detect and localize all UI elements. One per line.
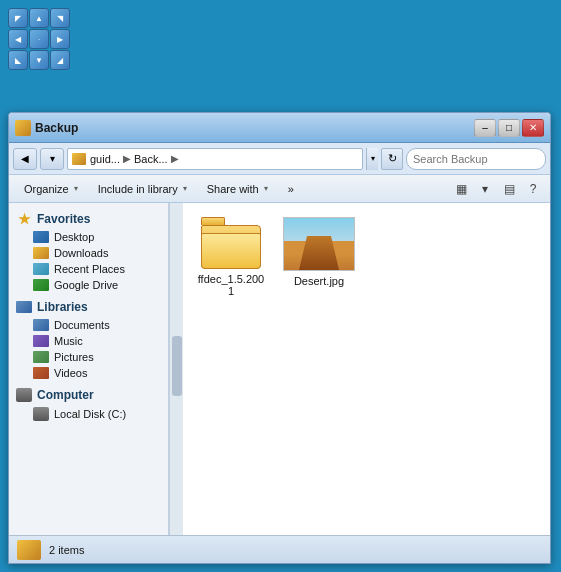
libraries-header[interactable]: Libraries (9, 297, 168, 317)
file-area: ffdec_1.5.2001 Desert.jpg (183, 203, 550, 535)
sidebar-item-downloads[interactable]: Downloads (9, 245, 168, 261)
localdisk-icon (33, 407, 49, 421)
arrow-up-left[interactable]: ◤ (8, 8, 28, 28)
arrow-left[interactable]: ◀ (8, 29, 28, 49)
search-input[interactable] (413, 153, 551, 165)
gdrive-icon (33, 279, 49, 291)
breadcrumb-part1: guid... (90, 153, 120, 165)
file-item-desert[interactable]: Desert.jpg (279, 211, 359, 301)
search-box[interactable]: 🔍 (406, 148, 546, 170)
sidebar-pictures-label: Pictures (54, 351, 94, 363)
image-thumbnail (283, 217, 355, 271)
arrow-pad: ◤ ▲ ◥ ◀ · ▶ ◣ ▼ ◢ (8, 8, 70, 70)
back-button[interactable]: ◀ (13, 148, 37, 170)
libraries-section: Libraries Documents Music Pictures Video… (9, 297, 168, 381)
organize-chevron: ▾ (74, 184, 78, 193)
sidebar-recent-label: Recent Places (54, 263, 125, 275)
file-item-folder[interactable]: ffdec_1.5.2001 (191, 211, 271, 301)
sidebar-item-localdisk[interactable]: Local Disk (C:) (9, 405, 168, 423)
computer-label: Computer (37, 388, 94, 402)
arrow-right[interactable]: ▶ (50, 29, 70, 49)
include-library-chevron: ▾ (183, 184, 187, 193)
pane-button[interactable]: ▤ (498, 178, 520, 200)
music-icon (33, 335, 49, 347)
title-bar: Backup – □ ✕ (9, 113, 550, 143)
file-label-folder: ffdec_1.5.2001 (195, 273, 267, 297)
scrollbar-thumb[interactable] (172, 336, 182, 396)
recent-places-icon (33, 263, 49, 275)
sidebar-scrollbar[interactable] (169, 203, 183, 535)
desktop-icon (33, 231, 49, 243)
sidebar-videos-label: Videos (54, 367, 87, 379)
minimize-button[interactable]: – (474, 119, 496, 137)
window-title: Backup (35, 121, 472, 135)
sidebar-item-videos[interactable]: Videos (9, 365, 168, 381)
help-button[interactable]: ? (522, 178, 544, 200)
folder-icon-large (201, 217, 261, 269)
content-area: ★ Favorites Desktop Downloads Recent Pla… (9, 203, 550, 535)
toolbar-right: ▦ ▾ ▤ ? (450, 178, 544, 200)
sidebar-documents-label: Documents (54, 319, 110, 331)
sidebar-item-documents[interactable]: Documents (9, 317, 168, 333)
status-folder-icon (17, 540, 41, 560)
downloads-icon (33, 247, 49, 259)
arrow-up[interactable]: ▲ (29, 8, 49, 28)
favorites-section: ★ Favorites Desktop Downloads Recent Pla… (9, 209, 168, 293)
sidebar-gdrive-label: Google Drive (54, 279, 118, 291)
folder-front (201, 233, 261, 269)
close-button[interactable]: ✕ (522, 119, 544, 137)
libraries-label: Libraries (37, 300, 88, 314)
explorer-window: Backup – □ ✕ ◀ ▾ guid... ▶ Back... ▶ ▾ ↻… (8, 112, 551, 564)
refresh-button[interactable]: ↻ (381, 148, 403, 170)
include-library-button[interactable]: Include in library ▾ (89, 178, 196, 200)
share-with-button[interactable]: Share with ▾ (198, 178, 277, 200)
folder-tab (201, 217, 225, 225)
pictures-icon (33, 351, 49, 363)
address-bar: ◀ ▾ guid... ▶ Back... ▶ ▾ ↻ 🔍 (9, 143, 550, 175)
status-bar: 2 items (9, 535, 550, 563)
breadcrumb-sep1: ▶ (123, 153, 131, 164)
maximize-button[interactable]: □ (498, 119, 520, 137)
arrow-down-left[interactable]: ◣ (8, 50, 28, 70)
breadcrumb-sep2: ▶ (171, 153, 179, 164)
favorites-label: Favorites (37, 212, 90, 226)
computer-icon (15, 388, 33, 402)
sidebar-item-desktop[interactable]: Desktop (9, 229, 168, 245)
sidebar-item-recent[interactable]: Recent Places (9, 261, 168, 277)
view-dropdown-button[interactable]: ▾ (474, 178, 496, 200)
sidebar-localdisk-label: Local Disk (C:) (54, 408, 126, 420)
favorites-header[interactable]: ★ Favorites (9, 209, 168, 229)
sidebar: ★ Favorites Desktop Downloads Recent Pla… (9, 203, 169, 535)
view-icon-button[interactable]: ▦ (450, 178, 472, 200)
computer-section: Computer Local Disk (C:) (9, 385, 168, 423)
sidebar-item-gdrive[interactable]: Google Drive (9, 277, 168, 293)
sidebar-desktop-label: Desktop (54, 231, 94, 243)
sidebar-item-music[interactable]: Music (9, 333, 168, 349)
arrow-down[interactable]: ▼ (29, 50, 49, 70)
arrow-down-right[interactable]: ◢ (50, 50, 70, 70)
documents-icon (33, 319, 49, 331)
dropdown-button[interactable]: ▾ (40, 148, 64, 170)
computer-header[interactable]: Computer (9, 385, 168, 405)
file-label-desert: Desert.jpg (294, 275, 344, 287)
arrow-up-right[interactable]: ◥ (50, 8, 70, 28)
breadcrumb-dropdown[interactable]: ▾ (366, 148, 378, 170)
breadcrumb[interactable]: guid... ▶ Back... ▶ (67, 148, 363, 170)
breadcrumb-part2: Back... (134, 153, 168, 165)
sidebar-downloads-label: Downloads (54, 247, 108, 259)
toolbar: Organize ▾ Include in library ▾ Share wi… (9, 175, 550, 203)
sidebar-item-pictures[interactable]: Pictures (9, 349, 168, 365)
arrow-center[interactable]: · (29, 29, 49, 49)
window-icon (15, 120, 31, 136)
status-item-count: 2 items (49, 544, 84, 556)
favorites-star-icon: ★ (15, 212, 33, 226)
libraries-icon (15, 300, 33, 314)
share-with-chevron: ▾ (264, 184, 268, 193)
videos-icon (33, 367, 49, 379)
share-with-label: Share with (207, 183, 259, 195)
more-button[interactable]: » (279, 178, 303, 200)
organize-button[interactable]: Organize ▾ (15, 178, 87, 200)
organize-label: Organize (24, 183, 69, 195)
include-library-label: Include in library (98, 183, 178, 195)
sidebar-music-label: Music (54, 335, 83, 347)
